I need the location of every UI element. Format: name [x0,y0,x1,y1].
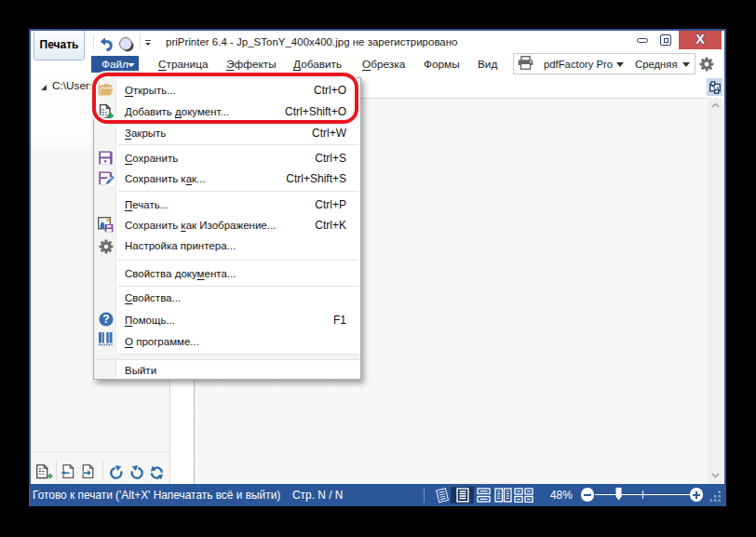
svg-text:?: ? [102,313,109,326]
svg-text:X: X [695,32,705,47]
